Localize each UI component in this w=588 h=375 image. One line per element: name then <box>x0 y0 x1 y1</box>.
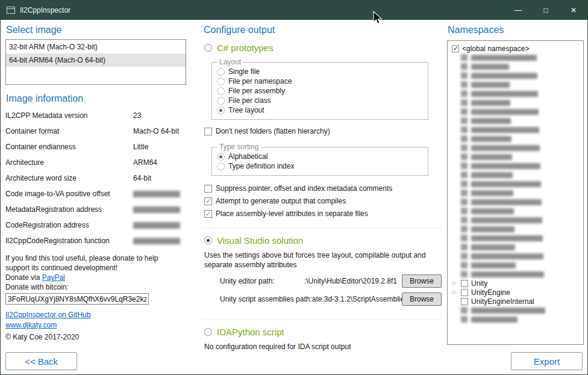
expander-icon[interactable]: ▷ <box>452 279 461 288</box>
namespace-row[interactable] <box>452 161 582 170</box>
namespace-row[interactable] <box>452 62 582 71</box>
namespace-row[interactable]: UnityEngineInternal <box>452 297 582 306</box>
namespace-row[interactable] <box>452 89 582 98</box>
namespace-row[interactable] <box>452 80 582 89</box>
radio-option[interactable]: Type definition index <box>217 161 423 171</box>
info-label: IL2CPP Metadata version <box>5 111 133 120</box>
namespace-row[interactable] <box>452 234 582 243</box>
sorting-options: AlphabeticalType definition index <box>217 152 423 171</box>
close-button[interactable]: ✕ <box>560 1 587 20</box>
redacted-checkbox <box>461 81 468 88</box>
namespace-row[interactable] <box>452 170 582 179</box>
redacted-label <box>471 317 518 323</box>
namespace-row[interactable]: ▷Unity <box>452 279 582 288</box>
website-link[interactable]: www.djkaty.com <box>5 321 57 329</box>
redacted-checkbox <box>461 208 468 214</box>
redacted-checkbox <box>461 90 468 97</box>
checkbox-icon <box>204 185 212 193</box>
radio-option[interactable]: Alphabetical <box>217 152 423 161</box>
radio-label: Type definition index <box>228 162 294 170</box>
info-label: MetadataRegistration address <box>5 205 133 214</box>
namespace-row[interactable] <box>452 315 582 324</box>
radio-icon <box>217 163 225 170</box>
namespace-row[interactable] <box>452 252 582 261</box>
expander-icon[interactable]: ▷ <box>452 288 461 297</box>
github-link[interactable]: Il2CppInspector on GitHub <box>5 311 90 319</box>
namespace-checkbox[interactable] <box>461 289 468 296</box>
namespace-row[interactable] <box>452 143 582 152</box>
namespace-row[interactable] <box>452 270 582 279</box>
redacted-label <box>471 271 544 277</box>
namespace-list[interactable]: <global namespace>▷Unity▷UnityEngineUnit… <box>447 40 584 345</box>
radio-option[interactable]: Single file <box>217 67 423 76</box>
namespace-row[interactable] <box>452 53 582 62</box>
visual-studio-radio[interactable]: Visual Studio solution <box>204 235 443 246</box>
minimize-button[interactable]: — <box>504 1 532 20</box>
image-list-item[interactable]: 32-bit ARM (Mach-O 32-bit) <box>6 40 186 54</box>
paypal-link[interactable]: PayPal <box>42 273 65 282</box>
namespace-row[interactable] <box>452 179 582 188</box>
namespace-checkbox[interactable] <box>461 298 468 305</box>
radio-option[interactable]: File per class <box>217 96 423 105</box>
idapython-radio[interactable]: IDAPython script <box>204 327 443 337</box>
checkbox-label: Suppress pointer, offset and index metad… <box>216 184 392 193</box>
back-button[interactable]: << Back <box>5 352 77 370</box>
redacted-checkbox <box>461 190 468 196</box>
flatten-checkbox[interactable]: Don't nest folders (flatten hierarchy) <box>204 126 443 137</box>
redacted-checkbox <box>461 126 468 133</box>
csharp-prototypes-radio[interactable]: C# prototypes <box>204 43 443 53</box>
radio-label: Alphabetical <box>228 152 267 161</box>
path-row: Unity script assemblies path:ate.3d-3.1.… <box>220 293 442 306</box>
namespace-checkbox[interactable] <box>461 280 468 287</box>
info-label: CodeRegistration address <box>5 221 133 229</box>
image-listbox[interactable]: 32-bit ARM (Mach-O 32-bit)64-bit ARM64 (… <box>5 39 186 85</box>
browse-button[interactable]: Browse <box>402 293 442 306</box>
info-row: Container endiannessLittle <box>5 139 186 155</box>
maximize-button[interactable]: □ <box>532 1 560 20</box>
info-row: ArchitectureARM64 <box>5 155 186 170</box>
radio-icon <box>204 328 212 336</box>
links-block: Il2CppInspector on GitHub www.djkaty.com <box>5 311 186 331</box>
info-value: Little <box>133 143 186 151</box>
info-label: Container format <box>5 127 133 135</box>
namespace-row[interactable]: ▷UnityEngine <box>452 288 582 297</box>
browse-button[interactable]: Browse <box>402 274 442 288</box>
checkbox-option[interactable]: Attempt to generate output that compiles <box>204 196 443 206</box>
namespace-row[interactable] <box>452 134 582 143</box>
bitcoin-address-input[interactable] <box>5 293 149 305</box>
namespace-row[interactable] <box>452 107 582 116</box>
select-image-column: Select image 32-bit ARM (Mach-O 32-bit)6… <box>5 21 186 342</box>
radio-option[interactable]: Tree layout <box>217 105 423 115</box>
namespace-row[interactable]: <global namespace> <box>452 44 582 53</box>
export-button[interactable]: Export <box>511 352 583 370</box>
namespace-row[interactable] <box>452 116 582 125</box>
namespace-row[interactable] <box>452 152 582 161</box>
namespace-row[interactable] <box>452 197 582 206</box>
vs-path-rows: Unity editor path::\Unity\Hub\Editor\201… <box>203 274 443 306</box>
namespace-row[interactable] <box>452 243 582 252</box>
info-label: Architecture <box>5 158 133 167</box>
namespace-row[interactable] <box>452 71 582 80</box>
namespace-row[interactable] <box>452 215 582 225</box>
radio-option[interactable]: File per namespace <box>217 76 423 86</box>
namespace-row[interactable] <box>452 98 582 107</box>
redacted-checkbox <box>461 199 468 205</box>
namespace-checkbox[interactable] <box>452 45 459 52</box>
radio-label: File per assembly <box>228 87 285 95</box>
namespace-row[interactable] <box>452 206 582 215</box>
info-label: Container endianness <box>5 143 133 151</box>
namespace-row[interactable] <box>452 306 582 315</box>
checkbox-option[interactable]: Place assembly-level attributes in separ… <box>204 208 443 219</box>
image-list-item[interactable]: 64-bit ARM64 (Mach-O 64-bit) <box>6 54 186 67</box>
redacted-label <box>471 64 509 70</box>
checkbox-option[interactable]: Suppress pointer, offset and index metad… <box>204 183 443 194</box>
namespace-row[interactable] <box>452 261 582 270</box>
info-row: Code image-to-VA positive offset <box>5 186 186 202</box>
radio-option[interactable]: File per assembly <box>217 86 423 96</box>
csharp-prototypes-label: C# prototypes <box>217 43 273 53</box>
namespace-row[interactable] <box>452 125 582 134</box>
namespace-row[interactable] <box>452 188 582 197</box>
visual-studio-description: Uses the settings above but forces tree … <box>204 250 440 270</box>
namespace-row[interactable] <box>452 225 582 234</box>
titlebar[interactable]: Il2CppInspector — □ ✕ <box>1 1 587 20</box>
